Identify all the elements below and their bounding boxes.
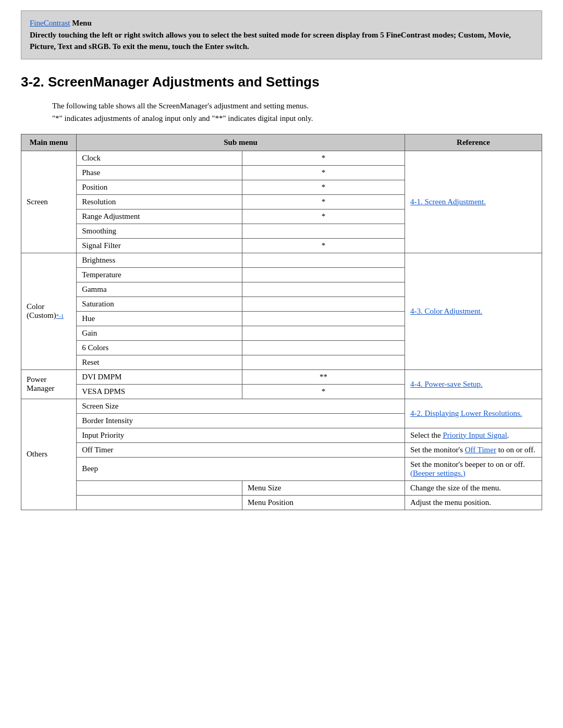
main-cell-screen: Screen: [21, 151, 77, 253]
ref-cell-off-timer: Set the monitor's Off Timer to on or off…: [405, 442, 542, 457]
sub-cell-menu-position: Menu Position: [242, 495, 405, 510]
sub-cell-menu-size: Menu Size: [242, 480, 405, 495]
star-cell: [242, 355, 405, 369]
table-row: Off Timer Set the monitor's Off Timer to…: [21, 442, 542, 457]
sub-cell: Beep: [77, 457, 405, 480]
finecontrast-link[interactable]: FineContrast: [30, 19, 70, 27]
main-cell-others: Others: [21, 399, 77, 510]
table-row: Beep Set the monitor's beeper to on or o…: [21, 457, 542, 480]
ref-cell-menu-position: Adjust the menu position.: [405, 495, 542, 510]
ref-cell-power[interactable]: 4-4. Power-save Setup.: [405, 369, 542, 399]
sub-cell: Phase: [77, 165, 242, 180]
page-heading: 3-2. ScreenManager Adjustments and Setti…: [21, 74, 542, 90]
table-row: Menu Position Adjust the menu position.: [21, 495, 542, 510]
star-cell: [242, 297, 405, 311]
sub-cell: Temperature: [77, 267, 242, 282]
sub-cell: VESA DPMS: [77, 384, 242, 399]
sub-cell-empty: [77, 480, 242, 495]
table-row: Color(Custom)*-1 Brightness 4-3. Color A…: [21, 253, 542, 267]
table-row: PowerManager DVI DMPM ** 4-4. Power-save…: [21, 369, 542, 384]
sub-cell: Gain: [77, 326, 242, 340]
sub-cell: Reset: [77, 355, 242, 369]
off-timer-link[interactable]: Off Timer: [465, 446, 496, 454]
sub-cell-empty2: [77, 495, 242, 510]
sub-cell: Brightness: [77, 253, 242, 267]
main-cell-power: PowerManager: [21, 369, 77, 399]
settings-table: Main menu Sub menu Reference Screen Cloc…: [21, 134, 542, 510]
sub-cell: Hue: [77, 311, 242, 326]
sub-cell-smoothing: Smoothing: [77, 224, 242, 238]
table-row: Menu Size Change the size of the menu.: [21, 480, 542, 495]
info-box-text: Menu Directly touching the left or right…: [30, 19, 511, 51]
ref-cell-beep: Set the monitor's beeper to on or off.(B…: [405, 457, 542, 480]
ref-cell-menu-size: Change the size of the menu.: [405, 480, 542, 495]
ref-cell-input-priority: Select the Priority Input Signal.: [405, 428, 542, 442]
star-cell: [242, 282, 405, 297]
star-cell: *: [242, 151, 405, 165]
sub-cell: Input Priority: [77, 428, 405, 442]
col-header-ref: Reference: [405, 134, 542, 151]
main-cell-color: Color(Custom)*-1: [21, 253, 77, 369]
star-cell: **: [242, 369, 405, 384]
sub-cell: Signal Filter: [77, 238, 242, 253]
star-cell: *: [242, 384, 405, 399]
star-cell: *: [242, 238, 405, 253]
sub-cell: 6 Colors: [77, 340, 242, 355]
star-cell: [242, 326, 405, 340]
intro-text: The following table shows all the Screen…: [52, 100, 542, 125]
ref-cell-color[interactable]: 4-3. Color Adjustment.: [405, 253, 542, 369]
table-row: Screen Clock * 4-1. Screen Adjustment.: [21, 151, 542, 165]
sub-cell: Resolution: [77, 194, 242, 209]
star-cell: [242, 253, 405, 267]
info-box: FineContrast Menu Directly touching the …: [21, 10, 542, 59]
star-cell: [242, 267, 405, 282]
sub-cell: Gamma: [77, 282, 242, 297]
table-row: Input Priority Select the Priority Input…: [21, 428, 542, 442]
star-cell: [242, 340, 405, 355]
star-cell: [242, 311, 405, 326]
star-cell: *: [242, 180, 405, 194]
ref-cell-resolution[interactable]: 4-2. Displaying Lower Resolutions.: [405, 399, 542, 428]
ref-cell-screen[interactable]: 4-1. Screen Adjustment.: [405, 151, 542, 253]
sub-cell: Screen Size: [77, 399, 405, 413]
sub-cell-off-timer: Off Timer: [77, 442, 405, 457]
star-cell: *: [242, 209, 405, 224]
star-cell: *: [242, 194, 405, 209]
priority-input-link[interactable]: Priority Input Signal: [443, 431, 507, 439]
star-cell: [242, 224, 405, 238]
sub-cell: DVI DMPM: [77, 369, 242, 384]
col-header-main: Main menu: [21, 134, 77, 151]
col-header-sub: Sub menu: [77, 134, 405, 151]
star-cell: *: [242, 165, 405, 180]
table-row: Others Screen Size 4-2. Displaying Lower…: [21, 399, 542, 413]
sub-cell: Saturation: [77, 297, 242, 311]
sub-cell: Range Adjustment: [77, 209, 242, 224]
sub-cell: Border Intensity: [77, 413, 405, 428]
sub-cell: Clock: [77, 151, 242, 165]
sub-cell: Position: [77, 180, 242, 194]
beeper-settings-link[interactable]: (Beeper settings.): [410, 469, 466, 477]
